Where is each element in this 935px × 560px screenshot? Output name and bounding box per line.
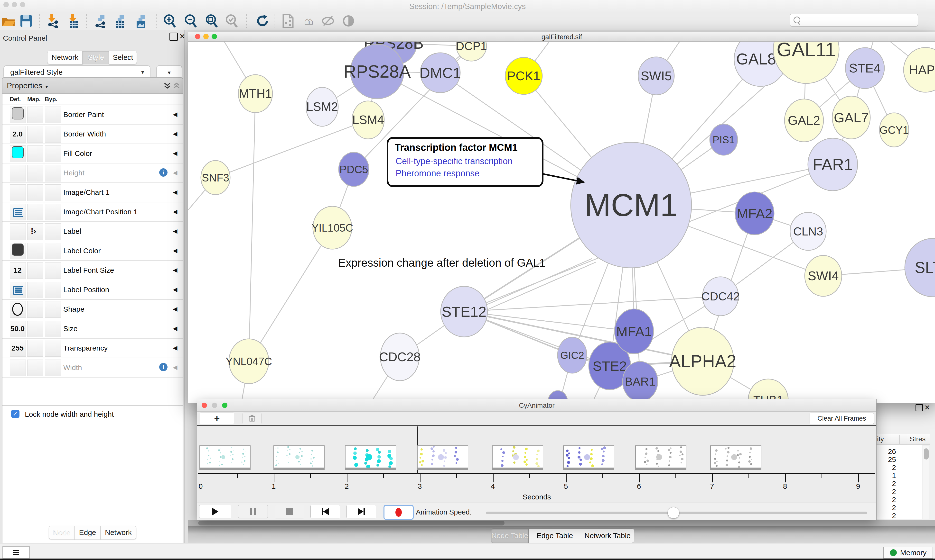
property-row[interactable]: 2.0Border Width◀ <box>2 125 183 144</box>
property-row[interactable]: ⁞›Label◀ <box>2 222 183 241</box>
expand-row-icon[interactable]: ◀ <box>173 247 177 254</box>
table-vscrollbar[interactable] <box>923 446 929 519</box>
property-cell[interactable] <box>10 360 26 376</box>
property-cell[interactable] <box>27 106 43 123</box>
expand-all-icon[interactable] <box>163 82 171 90</box>
network-node[interactable]: GAL11 <box>773 42 839 83</box>
network-node[interactable]: MFA2 <box>735 192 774 235</box>
table-cell-value[interactable]: 2 <box>879 512 896 520</box>
property-cell[interactable] <box>45 146 61 162</box>
info-icon[interactable]: i <box>159 363 168 371</box>
tab-edge-table[interactable]: Edge Table <box>528 528 581 543</box>
network-node[interactable]: GAL2 <box>785 99 824 142</box>
network-node[interactable]: GCY1 <box>879 113 909 147</box>
tab-select[interactable]: Select <box>109 51 137 64</box>
property-cell[interactable] <box>45 185 61 201</box>
show-panel-button[interactable] <box>340 14 357 28</box>
zoom-in-button[interactable] <box>161 14 178 28</box>
property-cell[interactable] <box>27 282 43 298</box>
property-cell[interactable] <box>45 360 61 376</box>
open-session-button[interactable] <box>0 14 17 28</box>
skip-end-button[interactable] <box>347 505 376 518</box>
expand-row-icon[interactable]: ◀ <box>173 111 177 118</box>
float-panel-icon[interactable] <box>915 404 923 411</box>
property-cell[interactable] <box>27 301 43 318</box>
tab-style[interactable]: Style <box>82 51 110 64</box>
expand-row-icon[interactable]: ◀ <box>173 325 177 332</box>
expand-row-icon[interactable]: ◀ <box>173 345 177 351</box>
network-node[interactable]: YNL047C <box>226 339 272 384</box>
network-node[interactable]: GIC2 <box>558 337 587 373</box>
swatch[interactable] <box>12 107 24 120</box>
property-row[interactable]: 255Transparency◀ <box>2 338 183 358</box>
network-node[interactable]: PDC5 <box>339 152 369 186</box>
float-panel-icon[interactable] <box>170 32 178 41</box>
table-cell-value[interactable]: 25 <box>879 455 896 464</box>
table-cell-value[interactable]: 26 <box>879 448 896 455</box>
network-node[interactable]: SNF3 <box>201 160 230 195</box>
property-value[interactable]: 255 <box>10 344 25 352</box>
network-canvas[interactable]: RPS28BDCP1RPS28ADMC1PCK1SWI5GAL80GAL11ST… <box>188 42 935 403</box>
property-value[interactable]: 2.0 <box>10 130 25 138</box>
property-value[interactable]: 12 <box>10 266 25 274</box>
zoom-fit-button[interactable] <box>203 14 220 28</box>
network-node[interactable]: FAR1 <box>808 138 858 191</box>
property-value[interactable]: 50.0 <box>10 325 25 333</box>
close-panel-icon[interactable]: ✕ <box>924 403 930 412</box>
network-node[interactable]: PIS1 <box>710 124 738 155</box>
property-row[interactable]: Widthi◀ <box>2 358 183 378</box>
property-cell[interactable] <box>27 126 43 143</box>
property-cell[interactable] <box>45 262 61 279</box>
search-input[interactable] <box>790 14 918 27</box>
memory-button[interactable]: Memory <box>883 547 933 558</box>
property-cell[interactable] <box>27 204 43 220</box>
column-ity[interactable]: ity <box>877 435 884 443</box>
export-table-button[interactable] <box>111 14 128 28</box>
position-icon[interactable] <box>13 208 23 217</box>
skip-start-button[interactable] <box>310 505 340 518</box>
scroll-thumb[interactable] <box>924 448 929 460</box>
collapse-all-icon[interactable] <box>173 82 181 90</box>
property-cell[interactable] <box>45 126 61 143</box>
info-icon[interactable]: i <box>159 168 168 177</box>
property-cell[interactable] <box>27 360 43 376</box>
column-stres[interactable]: Stres <box>910 435 926 443</box>
discrete-mapping-icon[interactable]: ⁞› <box>31 226 36 236</box>
panel-tab-edge[interactable]: Edge <box>74 526 101 539</box>
save-session-button[interactable] <box>17 14 35 28</box>
network-node[interactable]: MTH1 <box>238 75 273 112</box>
import-network-button[interactable] <box>44 14 61 28</box>
panel-tab-network[interactable]: Network <box>100 526 136 539</box>
expand-row-icon[interactable]: ◀ <box>173 169 177 176</box>
expand-row-icon[interactable]: ◀ <box>173 131 177 137</box>
property-cell[interactable] <box>10 185 26 201</box>
property-cell[interactable] <box>45 165 61 182</box>
swatch[interactable] <box>12 146 24 158</box>
tab-node-table[interactable]: Node Table <box>491 528 529 543</box>
table-cell-value[interactable]: 2 <box>879 463 896 472</box>
property-row[interactable]: Border Paint◀ <box>2 105 183 125</box>
hide-panel-button[interactable] <box>319 14 336 28</box>
network-node[interactable]: SWI4 <box>805 255 842 296</box>
table-cell-value[interactable]: 2 <box>879 495 896 504</box>
play-button[interactable] <box>199 505 231 518</box>
network-node[interactable]: DMC1 <box>420 53 461 93</box>
property-row[interactable]: Fill Color◀ <box>2 144 183 163</box>
scroll-thumb[interactable] <box>198 521 505 525</box>
network-node[interactable]: SLT2 <box>905 238 935 297</box>
export-network-button[interactable] <box>92 14 109 28</box>
import-table-button[interactable] <box>65 14 82 28</box>
property-cell[interactable] <box>45 340 61 357</box>
property-cell[interactable] <box>27 340 43 357</box>
table-cell-value[interactable]: 2 <box>879 503 896 512</box>
property-cell[interactable] <box>10 223 26 240</box>
property-row[interactable]: Label Color◀ <box>2 241 183 261</box>
network-node[interactable]: DCP1 <box>456 42 487 61</box>
network-window-titlebar[interactable]: galFiltered.sif <box>188 32 935 42</box>
property-row[interactable]: Image/Chart Position 1◀ <box>2 202 183 222</box>
pause-button[interactable] <box>238 505 268 518</box>
expand-row-icon[interactable]: ◀ <box>173 267 177 274</box>
expand-row-icon[interactable]: ◀ <box>173 228 177 234</box>
annotation-link[interactable]: Pheromone response <box>396 168 480 178</box>
expand-row-icon[interactable]: ◀ <box>173 306 177 312</box>
